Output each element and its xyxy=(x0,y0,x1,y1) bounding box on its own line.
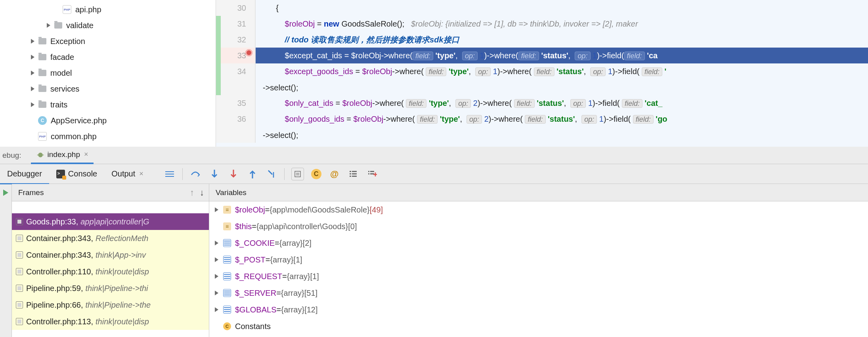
svg-rect-5 xyxy=(165,176,174,177)
tree-folder-model[interactable]: model xyxy=(0,65,216,81)
object-icon xyxy=(223,206,231,214)
folder-icon xyxy=(38,70,46,76)
tree-folder-validate[interactable]: validate xyxy=(0,17,216,33)
folder-icon xyxy=(38,54,46,60)
tree-folder-traits[interactable]: traits xyxy=(0,97,216,113)
chevron-right-icon xyxy=(215,241,218,245)
tree-folder-exception[interactable]: Exception xyxy=(0,33,216,49)
tree-label: common.php xyxy=(51,132,97,141)
tab-label: index.php xyxy=(48,150,80,159)
tree-folder-facade[interactable]: facade xyxy=(0,49,216,65)
debug-tabs: ebug: index.php × xyxy=(0,147,868,164)
svg-rect-20 xyxy=(370,171,374,172)
var-row[interactable]: $this = {app\api\controller\Goods} [0] xyxy=(209,218,868,235)
array-icon xyxy=(223,239,231,247)
svg-rect-17 xyxy=(350,176,351,177)
tree-file-common[interactable]: PHP common.php xyxy=(0,128,216,144)
frame-down-icon[interactable]: ↓ xyxy=(200,188,204,198)
array-icon xyxy=(223,289,231,297)
frame-row[interactable]: Goods.php:33,app|api|controller|G xyxy=(12,213,209,230)
close-icon[interactable]: × xyxy=(139,170,143,178)
tree-label: traits xyxy=(50,100,67,109)
watches-icon[interactable] xyxy=(348,168,359,180)
frame-row[interactable]: Controller.php:110,think|route|disp xyxy=(12,263,209,280)
evaluate-icon[interactable] xyxy=(291,168,304,180)
chevron-right-icon xyxy=(31,55,34,59)
php-icon: PHP xyxy=(38,132,47,141)
toolbar-tab-debugger[interactable]: Debugger xyxy=(0,164,49,184)
var-row[interactable]: $_POST = {array} [1] xyxy=(209,251,868,268)
folder-icon xyxy=(54,22,62,29)
frame-row[interactable]: Container.php:343,ReflectionMeth xyxy=(12,230,209,247)
constant-icon: C xyxy=(223,322,231,330)
svg-rect-18 xyxy=(352,176,357,177)
frame-row[interactable]: Pipeline.php:66,think|Pipeline->the xyxy=(12,297,209,313)
chevron-right-icon xyxy=(215,291,218,295)
project-tree: PHP api.php validate Exception facade mo… xyxy=(0,0,216,147)
variables-panel: Variables $roleObj = {app\model\GoodsSal… xyxy=(209,184,868,337)
trace-icon[interactable]: @ xyxy=(329,168,340,180)
separator xyxy=(182,168,183,180)
var-row[interactable]: $GLOBALS = {array} [12] xyxy=(209,301,868,318)
tree-label: Exception xyxy=(50,37,85,46)
chevron-right-icon xyxy=(31,71,34,75)
svg-rect-10 xyxy=(295,171,300,177)
chevron-right-icon xyxy=(31,86,34,91)
resume-icon[interactable] xyxy=(3,190,8,196)
var-row[interactable]: CConstants xyxy=(209,318,868,335)
frames-panel: Frames ↑↓ Goods.php:33,app|api|controlle… xyxy=(12,184,209,337)
chevron-right-icon xyxy=(215,307,218,312)
step-into-icon[interactable] xyxy=(208,168,220,180)
run-to-cursor-icon[interactable] xyxy=(266,168,277,180)
tree-label: validate xyxy=(66,21,94,30)
frame-icon xyxy=(16,301,23,308)
separator xyxy=(284,168,285,180)
svg-rect-15 xyxy=(350,173,351,174)
line-number: 36 xyxy=(216,111,256,143)
var-row[interactable]: $_SERVER = {array} [51] xyxy=(209,285,868,301)
tree-label: model xyxy=(50,69,72,78)
tree-label: services xyxy=(50,84,79,94)
frame-icon xyxy=(16,268,23,275)
toolbar-tab-output[interactable]: Output× xyxy=(104,164,151,184)
code-editor[interactable]: 30 { 31 $roleObj = new GoodsSaleRole(); … xyxy=(216,0,868,147)
svg-rect-3 xyxy=(165,171,174,172)
frame-row[interactable]: Controller.php:113,think|route|disp xyxy=(12,313,209,330)
class-icon: C xyxy=(38,116,47,125)
tree-file-api-php[interactable]: PHP api.php xyxy=(0,2,216,17)
layout-icon[interactable] xyxy=(164,168,176,180)
folder-icon xyxy=(38,101,46,108)
frames-header: Frames ↑↓ xyxy=(12,184,209,201)
line-number: 31 xyxy=(216,16,256,32)
tree-folder-services[interactable]: services xyxy=(0,81,216,97)
quick-evaluate-icon[interactable]: C xyxy=(311,169,321,179)
line-number-breakpoint[interactable]: 33 xyxy=(216,48,256,63)
tree-label: AppService.php xyxy=(51,116,107,125)
toolbar-tab-console[interactable]: Console xyxy=(49,164,104,184)
frame-row[interactable]: Pipeline.php:59,think|Pipeline->thi xyxy=(12,280,209,297)
var-row[interactable]: $_COOKIE = {array} [2] xyxy=(209,235,868,251)
array-icon xyxy=(223,306,231,314)
left-gutter xyxy=(0,184,12,337)
array-icon xyxy=(223,272,231,280)
folder-icon xyxy=(38,86,46,92)
svg-rect-16 xyxy=(352,173,357,174)
svg-rect-19 xyxy=(368,171,369,172)
active-code-line: $except_cat_ids = $roleObj->where(field:… xyxy=(256,48,868,63)
var-row[interactable]: $_REQUEST = {array} [1] xyxy=(209,268,868,285)
frame-row[interactable]: Container.php:343,think|App->inv xyxy=(12,247,209,263)
close-icon[interactable]: × xyxy=(84,150,88,159)
tree-file-appservice[interactable]: C AppService.php xyxy=(0,113,216,128)
tab-index-php[interactable]: index.php × xyxy=(31,147,94,164)
debug-toolbar: Debugger Console Output× C @ xyxy=(0,164,868,184)
force-step-into-icon[interactable] xyxy=(228,168,239,180)
svg-rect-4 xyxy=(165,174,174,174)
console-icon xyxy=(56,170,65,178)
add-watch-icon[interactable] xyxy=(367,168,379,180)
step-out-icon[interactable] xyxy=(247,168,258,180)
var-row[interactable]: $roleObj = {app\model\GoodsSaleRole} [49… xyxy=(209,201,868,218)
bug-icon xyxy=(36,151,44,159)
frame-up-icon[interactable]: ↑ xyxy=(190,188,194,198)
object-icon xyxy=(223,222,231,230)
step-over-icon[interactable] xyxy=(189,168,201,180)
